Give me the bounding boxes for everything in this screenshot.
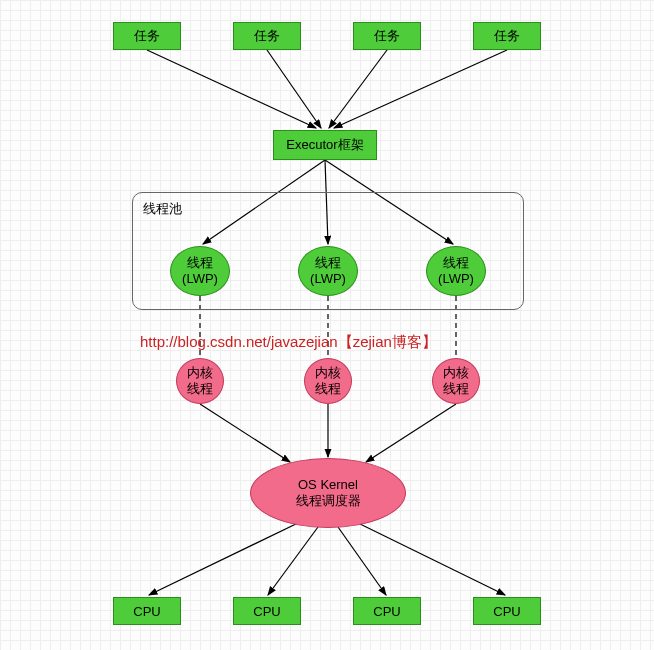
task-box-4: 任务: [473, 22, 541, 50]
thread-lwp-1: 线程 (LWP): [170, 246, 230, 296]
svg-line-16: [356, 522, 505, 595]
watermark-tag: 【zejian博客】: [338, 333, 437, 350]
cpu-label: CPU: [253, 604, 280, 619]
watermark-text: http://blog.csdn.net/javazejian【zejian博客…: [140, 333, 437, 352]
svg-line-0: [147, 50, 316, 128]
svg-line-1: [267, 50, 321, 128]
kernel-thread-label: 内核 线程: [443, 365, 469, 396]
thread-lwp-2: 线程 (LWP): [298, 246, 358, 296]
task-box-1: 任务: [113, 22, 181, 50]
svg-line-10: [200, 404, 290, 462]
kernel-thread-1: 内核 线程: [176, 358, 224, 404]
svg-line-14: [268, 527, 318, 595]
cpu-box-4: CPU: [473, 597, 541, 625]
thread-label: 线程 (LWP): [310, 255, 346, 286]
task-label: 任务: [374, 27, 400, 45]
kernel-thread-label: 内核 线程: [187, 365, 213, 396]
executor-box: Executor框架: [273, 130, 377, 160]
task-label: 任务: [134, 27, 160, 45]
cpu-label: CPU: [373, 604, 400, 619]
cpu-label: CPU: [133, 604, 160, 619]
cpu-box-2: CPU: [233, 597, 301, 625]
thread-label: 线程 (LWP): [438, 255, 474, 286]
thread-lwp-3: 线程 (LWP): [426, 246, 486, 296]
kernel-thread-2: 内核 线程: [304, 358, 352, 404]
svg-line-2: [329, 50, 387, 128]
thread-pool-label: 线程池: [143, 200, 182, 218]
cpu-label: CPU: [493, 604, 520, 619]
arrows-layer: [0, 0, 654, 650]
cpu-box-1: CPU: [113, 597, 181, 625]
watermark-url: http://blog.csdn.net/javazejian: [140, 333, 338, 350]
task-label: 任务: [254, 27, 280, 45]
executor-label: Executor框架: [286, 136, 363, 154]
os-kernel-line2: 线程调度器: [296, 493, 361, 509]
task-box-3: 任务: [353, 22, 421, 50]
os-kernel-line1: OS Kernel: [298, 477, 358, 493]
svg-line-13: [149, 522, 300, 595]
thread-label: 线程 (LWP): [182, 255, 218, 286]
svg-line-3: [334, 50, 507, 128]
svg-line-15: [338, 527, 386, 595]
task-label: 任务: [494, 27, 520, 45]
os-kernel-scheduler: OS Kernel 线程调度器: [250, 458, 406, 528]
kernel-thread-3: 内核 线程: [432, 358, 480, 404]
cpu-box-3: CPU: [353, 597, 421, 625]
task-box-2: 任务: [233, 22, 301, 50]
kernel-thread-label: 内核 线程: [315, 365, 341, 396]
svg-line-12: [366, 404, 456, 462]
